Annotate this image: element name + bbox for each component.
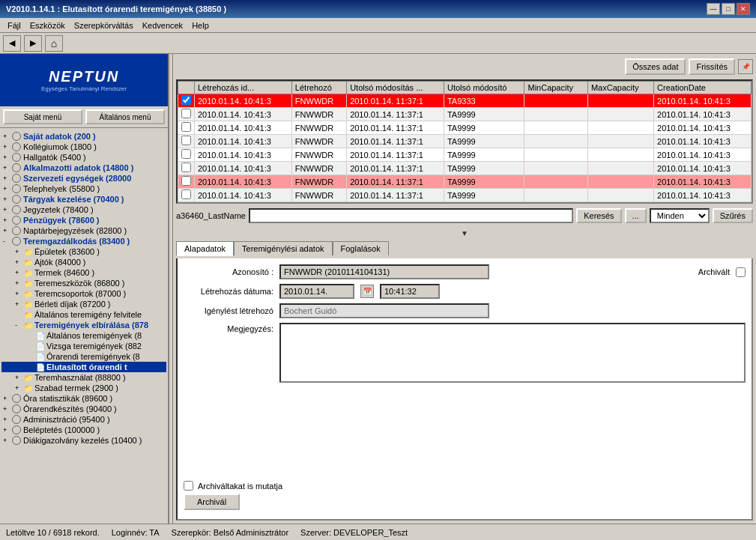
archivalt-checkbox[interactable]: [736, 267, 746, 277]
letrehozas-date-input[interactable]: [279, 284, 354, 299]
sidebar-item-termek[interactable]: + 📁 Termek (84600 ): [1, 267, 166, 278]
row-created: 2010.01.14. 10:41:3: [654, 148, 752, 162]
sidebar-item-teremeszkozok[interactable]: + 📁 Teremeszközök (86800 ): [1, 278, 166, 288]
form-row-megjegyzes: Megjegyzés:: [184, 323, 746, 383]
search-dropdown[interactable]: Minden: [650, 208, 710, 223]
row-check[interactable]: [178, 94, 195, 108]
row-check[interactable]: [178, 175, 195, 189]
menu-favorites[interactable]: Kedvencek: [138, 19, 187, 31]
sidebar-item-teremgazd[interactable]: - Teremgazdálkodás (83400 ): [1, 236, 166, 246]
search-dots-button[interactable]: ...: [625, 208, 647, 223]
igenyles-input[interactable]: [279, 303, 489, 318]
node-icon: [12, 132, 21, 141]
sidebar-item-szervezeti[interactable]: + Szervezeti egységek (28000: [1, 173, 166, 183]
archival-button[interactable]: Archivál: [184, 494, 240, 510]
sidebar-item-jegyzetek[interactable]: + Jegyzetek (78400 ): [1, 204, 166, 215]
sidebar-item-teremcsoportok[interactable]: + 📁 Teremcsoportok (87000 ): [1, 288, 166, 299]
row-check[interactable]: [178, 135, 195, 148]
tab-alapadatok[interactable]: Alapadatok: [176, 241, 234, 256]
sidebar-item-orarendkeszites[interactable]: + Órarendkészítés (90400 ): [1, 404, 166, 414]
row-check[interactable]: [178, 148, 195, 162]
collapse-arrow[interactable]: ▼: [461, 229, 468, 237]
col-creator[interactable]: Létrehozó: [291, 82, 346, 94]
row-check[interactable]: [178, 189, 195, 202]
row-check[interactable]: [178, 121, 195, 135]
table-row[interactable]: 2010.01.14. 10:41:3 FNWWDR 2010.01.14. 1…: [178, 148, 752, 162]
frissites-button[interactable]: Frissítés: [689, 58, 735, 75]
sidebar-item-penzugyek[interactable]: + Pénzügyek (78600 ): [1, 215, 166, 225]
sidebar-item-ora-stat[interactable]: + Óra statisztikák (89600 ): [1, 393, 166, 404]
table-row[interactable]: 2010.01.14. 10:41:3 FNWWDR 2010.01.14. 1…: [178, 175, 752, 189]
sidebar-item-teremigenyek-elb[interactable]: - 📁 Teremigények elbírálása (878: [1, 320, 166, 330]
megjegyzes-textarea[interactable]: [279, 323, 746, 383]
filter-button[interactable]: Szűrés: [713, 208, 753, 223]
sidebar-item-alkalmazotti[interactable]: + Alkalmazotti adatok (14800 ): [1, 163, 166, 173]
sidebar-item-altalanos-ter[interactable]: 📄 Általános teremigények (8: [1, 330, 166, 341]
table-row[interactable]: 2010.01.14. 10:41:3 FNWWDR 2010.01.14. 1…: [178, 162, 752, 175]
table-row[interactable]: 2010.01.14. 10:41:3 FNWWDR 2010.01.14. 1…: [178, 108, 752, 121]
azonosito-input[interactable]: [279, 264, 489, 279]
col-id[interactable]: Létrehozás id...: [195, 82, 292, 94]
sidebar-item-vizsga-ter[interactable]: 📄 Vizsga teremigények (882: [1, 341, 166, 351]
minimize-button[interactable]: —: [707, 3, 720, 15]
sidebar-item-altalanos-felv[interactable]: 📁 Általános teremigény felvitele: [1, 309, 166, 320]
pin-button[interactable]: 📌: [738, 59, 753, 74]
table-row[interactable]: 2010.01.14. 10:41:3 FNWWDR 2010.01.14. 1…: [178, 121, 752, 135]
back-button[interactable]: ◀: [3, 35, 21, 52]
node-icon: [12, 425, 21, 434]
folder-icon: 📁: [24, 384, 33, 392]
row-lastmod: 2010.01.14. 11:37:1: [347, 148, 444, 162]
sidebar-item-beleptes[interactable]: + Beléptetés (100000 ): [1, 425, 166, 435]
altalanos-menu-btn[interactable]: Általános menü: [85, 109, 165, 124]
sidebar-item-naptar[interactable]: + Naptárbejegyzések (82800 ): [1, 225, 166, 236]
sidebar-item-berleti[interactable]: + 📁 Bérleti díjak (87200 ): [1, 299, 166, 309]
home-button[interactable]: ⌂: [45, 35, 63, 52]
search-input[interactable]: [249, 208, 573, 223]
sidebar-item-diakigazolvany[interactable]: + Diákigazolvány kezelés (10400 ): [1, 435, 166, 446]
sajat-menu-btn[interactable]: Saját menü: [3, 109, 82, 124]
sidebar-item-hallgatok[interactable]: + Hallgatók (5400 ): [1, 152, 166, 163]
archivalt-mutatja-checkbox[interactable]: [184, 481, 193, 491]
forward-button[interactable]: ▶: [24, 35, 42, 52]
sidebar-item-teremhasznalat[interactable]: + 📁 Teremhasználat (88800 ): [1, 372, 166, 383]
row-created: 2010.01.14. 10:41:3: [654, 108, 752, 121]
sidebar-item-administracio[interactable]: + Adminisztráció (95400 ): [1, 414, 166, 425]
maximize-button[interactable]: □: [722, 3, 735, 15]
sidebar-item-elutasitott[interactable]: 📄 Elutasított órarendi t: [1, 362, 166, 372]
letrehozas-time-input[interactable]: [380, 284, 440, 299]
table-row[interactable]: 2010.01.14. 10:41:3 FNWWDR 2010.01.14. 1…: [178, 135, 752, 148]
sidebar-item-ajtok[interactable]: + 📁 Ajtók (84000 ): [1, 257, 166, 267]
sidebar-item-sajat[interactable]: + Saját adatok (200 ): [1, 131, 166, 142]
sidebar-item-epuletek[interactable]: + 📁 Épületek (83600 ): [1, 246, 166, 257]
col-lastmod[interactable]: Utolsó módosítás ...: [347, 82, 444, 94]
node-icon: [12, 163, 21, 172]
col-created[interactable]: CreationDate: [654, 82, 752, 94]
sidebar-item-kollegiumok[interactable]: + Kollégiumok (1800 ): [1, 142, 166, 152]
tab-foglalasok[interactable]: Foglalások: [333, 241, 389, 255]
col-lastmodby[interactable]: Utolsó módosító: [444, 82, 524, 94]
close-button[interactable]: ✕: [737, 3, 750, 15]
tab-teremigenylesi[interactable]: Teremigénylési adatok: [234, 241, 332, 255]
search-button[interactable]: Keresés: [576, 208, 621, 223]
col-mincap[interactable]: MinCapacity: [524, 82, 587, 94]
row-check[interactable]: [178, 108, 195, 121]
menu-role[interactable]: Szerepkörváltás: [70, 19, 138, 31]
row-lastmodby: TA9999: [444, 162, 524, 175]
sidebar-item-telephelyek[interactable]: + Telephelyek (55800 ): [1, 183, 166, 194]
sidebar-item-szabad-termek[interactable]: + 📁 Szabad termek (2900 ): [1, 383, 166, 393]
sidebar-item-targyak[interactable]: + Tárgyak kezelése (70400 ): [1, 194, 166, 204]
grid-scroll[interactable]: Létrehozás id... Létrehozó Utolsó módosí…: [178, 81, 752, 202]
menu-help[interactable]: Help: [187, 19, 214, 31]
calendar-icon[interactable]: 📅: [360, 285, 374, 298]
row-check[interactable]: [178, 162, 195, 175]
folder-icon: 📁: [24, 248, 33, 256]
tree-label: Pénzügyek (78600 ): [23, 216, 100, 225]
table-row[interactable]: 2010.01.14. 10:41:3 FNWWDR 2010.01.14. 1…: [178, 189, 752, 202]
menu-bar: Fájl Eszközök Szerepkörváltás Kedvencek …: [0, 18, 756, 33]
menu-file[interactable]: Fájl: [3, 19, 25, 31]
menu-tools[interactable]: Eszközök: [25, 19, 70, 31]
table-row[interactable]: 2010.01.14. 10:41:3 FNWWDR 2010.01.14. 1…: [178, 94, 752, 108]
sidebar-item-orarendi-ter[interactable]: 📄 Órarendi teremigények (8: [1, 351, 166, 362]
col-maxcap[interactable]: MaxCapacity: [587, 82, 653, 94]
osszes-adat-button[interactable]: Összes adat: [625, 58, 686, 75]
